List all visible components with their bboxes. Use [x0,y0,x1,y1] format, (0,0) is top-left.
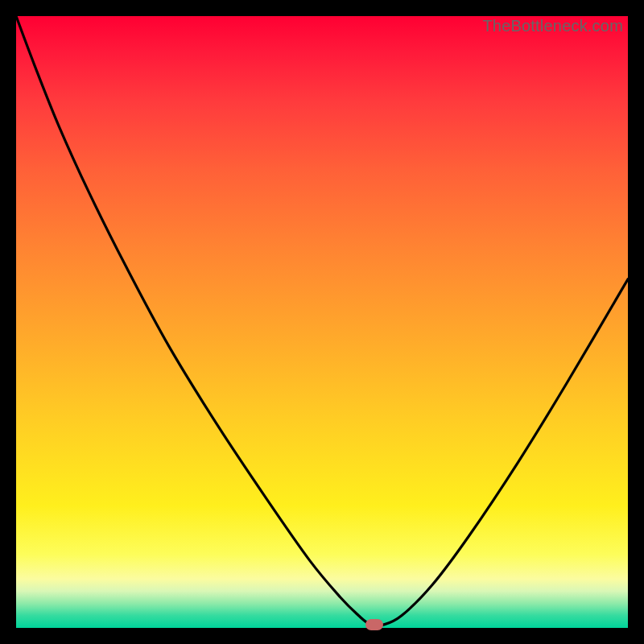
chart-frame: TheBottleneck.com [0,0,644,644]
bottleneck-curve [16,16,628,628]
optimal-marker [365,619,383,630]
plot-area: TheBottleneck.com [16,16,628,628]
